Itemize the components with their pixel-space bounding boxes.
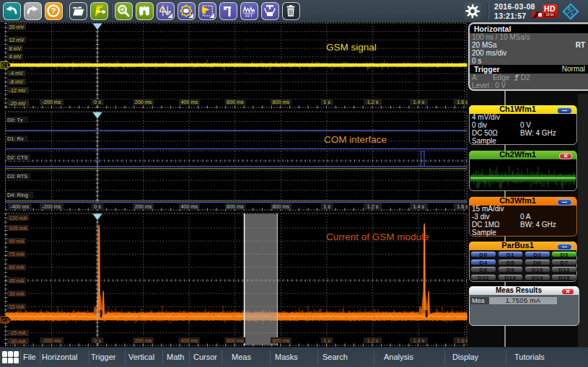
svg-text:400 ms: 400 ms [180, 99, 198, 105]
svg-text:120 mA: 120 mA [9, 215, 27, 221]
svg-text:D4: Ring: D4: Ring [7, 192, 28, 198]
svg-text:60 mA: 60 mA [9, 264, 25, 270]
svg-text:105 mA: 105 mA [9, 225, 27, 231]
svg-text:1.6 s: 1.6 s [457, 203, 468, 210]
svg-text:0 s: 0 s [94, 203, 101, 210]
svg-text:1 s: 1 s [323, 203, 330, 210]
svg-text:-200 ms: -200 ms [42, 99, 61, 105]
svg-text:-200 ms: -200 ms [42, 203, 61, 210]
svg-text:1.6 s: 1.6 s [457, 337, 468, 344]
svg-text:0 s: 0 s [94, 337, 101, 344]
svg-text:800 ms: 800 ms [273, 203, 290, 210]
svg-text:-20 mV: -20 mV [9, 100, 26, 107]
svg-text:1.4 s: 1.4 s [413, 337, 424, 344]
svg-text:S: S [571, 12, 574, 17]
svg-text:COM interface: COM interface [324, 134, 387, 145]
svg-text:D3: RTS: D3: RTS [7, 173, 27, 180]
svg-text:15 mA: 15 mA [9, 304, 25, 310]
svg-text:-15 mA: -15 mA [9, 330, 26, 336]
svg-text:1.2 s: 1.2 s [367, 203, 379, 210]
svg-text:C3: C3 [2, 317, 9, 324]
svg-text:200 ms: 200 ms [135, 99, 152, 105]
svg-text:-30 mA: -30 mA [9, 338, 26, 345]
svg-text:1.2 s: 1.2 s [367, 99, 379, 105]
svg-text:-8 mV: -8 mV [9, 79, 23, 85]
svg-text:D0: Tx: D0: Tx [7, 117, 23, 123]
svg-text:400 ms: 400 ms [180, 337, 198, 344]
svg-text:-4 mV: -4 mV [9, 70, 23, 76]
svg-text:1.6 s: 1.6 s [457, 99, 468, 105]
svg-text:-200 ms: -200 ms [42, 337, 61, 344]
svg-text:-400 ms: -400 ms [10, 203, 29, 210]
svg-text:?: ? [51, 6, 56, 15]
svg-text:D2: CTS: D2: CTS [7, 154, 27, 161]
svg-text:1.4 s: 1.4 s [413, 203, 424, 210]
svg-text:D1: Rx: D1: Rx [7, 136, 24, 142]
svg-text:800 ms: 800 ms [273, 99, 290, 105]
svg-text:4 mV: 4 mV [9, 53, 22, 60]
svg-text:1 s: 1 s [323, 337, 330, 344]
svg-text:45 mA: 45 mA [9, 278, 25, 284]
svg-text:90 mA: 90 mA [9, 238, 25, 244]
svg-text:30 mA: 30 mA [9, 291, 25, 297]
svg-text:1.2 s: 1.2 s [367, 337, 379, 344]
svg-text:Current of GSM module: Current of GSM module [326, 231, 429, 242]
svg-text:400 ms: 400 ms [180, 203, 198, 210]
svg-text:-12 mV: -12 mV [9, 87, 26, 94]
svg-text:R: R [568, 6, 571, 12]
svg-text:C1: C1 [2, 62, 9, 68]
svg-text:600 ms: 600 ms [227, 203, 244, 210]
svg-text:600 ms: 600 ms [227, 99, 244, 105]
svg-text:75 mA: 75 mA [9, 251, 25, 257]
svg-text:600 ms: 600 ms [227, 337, 244, 344]
svg-text:FFT: FFT [245, 14, 253, 18]
svg-text:20 mV: 20 mV [9, 24, 25, 30]
svg-text:1 s: 1 s [323, 99, 330, 105]
svg-text:1.4 s: 1.4 s [413, 99, 424, 105]
svg-text:12 mV: 12 mV [9, 37, 25, 43]
svg-text:GSM signal: GSM signal [326, 42, 377, 53]
svg-text:200 ms: 200 ms [135, 337, 152, 344]
svg-text:200 ms: 200 ms [135, 203, 152, 210]
svg-text:800 ms: 800 ms [273, 337, 290, 344]
svg-text:0 s: 0 s [94, 99, 101, 105]
svg-text:8 mV: 8 mV [9, 45, 22, 52]
